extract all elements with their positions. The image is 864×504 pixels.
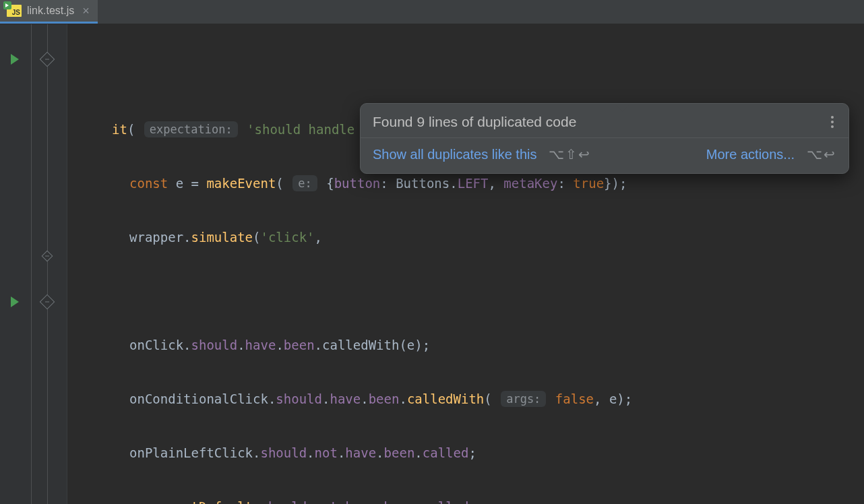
code-line[interactable]: onClick.should.have.been.calledWith(e);: [73, 333, 864, 357]
file-ext-label: JS: [12, 9, 20, 16]
tab-filename: link.test.js: [27, 5, 74, 17]
fold-icon[interactable]: [40, 52, 55, 67]
more-options-icon[interactable]: [828, 113, 836, 131]
param-hint: e:: [292, 175, 317, 191]
shortcut-label: ⌥⇧↩: [549, 146, 591, 162]
fold-end-icon[interactable]: [42, 251, 53, 262]
editor-tab-bar: JS link.test.js ×: [0, 0, 864, 24]
blank-line: [73, 279, 864, 303]
run-test-icon[interactable]: [9, 296, 20, 308]
close-tab-icon[interactable]: ×: [80, 5, 91, 17]
param-hint: expectation:: [144, 121, 238, 137]
editor-area: it( expectation: 'should handle cmd+clic…: [0, 24, 864, 504]
show-all-duplicates-link[interactable]: Show all duplicates like this: [373, 147, 536, 162]
test-badge-icon: [3, 1, 11, 9]
code-editor[interactable]: it( expectation: 'should handle cmd+clic…: [67, 24, 864, 504]
code-line[interactable]: const e = makeEvent( e: {button: Buttons…: [73, 171, 864, 195]
popup-title: Found 9 lines of duplicated code: [373, 114, 576, 130]
run-test-icon[interactable]: [9, 53, 20, 65]
editor-tab[interactable]: JS link.test.js ×: [0, 0, 98, 24]
js-file-icon: JS: [7, 5, 22, 17]
code-line[interactable]: onPlainLeftClick.should.not.have.been.ca…: [73, 441, 864, 465]
param-hint: args:: [501, 391, 546, 407]
code-line[interactable]: wrapper.simulate('click',: [73, 225, 864, 249]
code-line[interactable]: e.preventDefault.should.not.have.been.ca…: [73, 495, 864, 504]
more-actions-link[interactable]: More actions...: [706, 147, 795, 162]
inspection-popup: Found 9 lines of duplicated code Show al…: [360, 103, 849, 174]
shortcut-label: ⌥↩: [807, 146, 836, 162]
code-line[interactable]: onConditionalClick.should.have.been.call…: [73, 387, 864, 411]
fold-icon[interactable]: [40, 294, 55, 310]
gutter: [0, 24, 67, 504]
